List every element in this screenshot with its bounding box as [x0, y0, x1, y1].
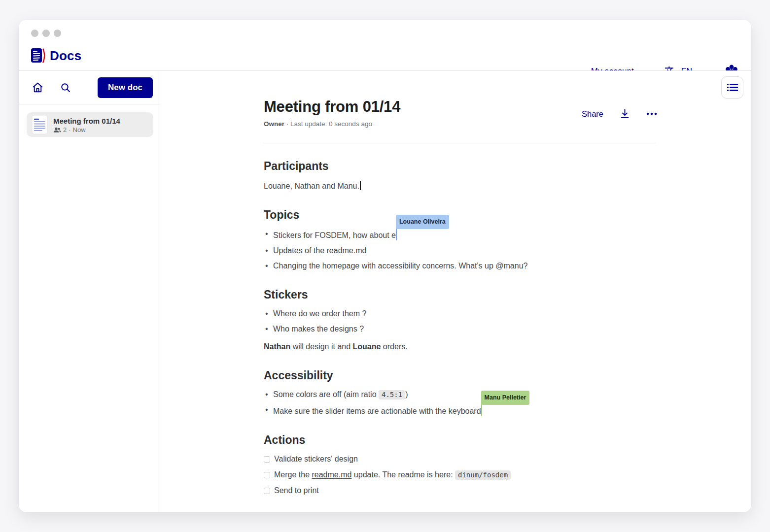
main-area: Meeting from 01/14 Owner · Last update: … — [161, 71, 751, 512]
participants-text: Louane, Nathan and Manu. — [264, 180, 655, 192]
collab-caret — [481, 404, 482, 416]
section-heading-actions: Actions — [264, 433, 655, 447]
window-controls — [31, 30, 61, 37]
text-caret — [360, 181, 361, 190]
text-segment: Who makes the designs ? — [273, 325, 364, 333]
collab-cursor-green: Manu Pelletier — [481, 404, 482, 415]
doc-item-members-count: 2 — [63, 126, 67, 133]
section-heading-accessibility: Accessibility — [264, 369, 655, 382]
sidebar-toolbar: New doc — [19, 71, 160, 104]
checkbox[interactable] — [264, 488, 270, 494]
text-segment: orders. — [381, 342, 407, 351]
text-segment: Validate stickers' design — [274, 455, 358, 463]
inline-code: dinum/fosdem — [455, 470, 511, 480]
section-heading-stickers: Stickers — [264, 288, 655, 301]
text-segment: Louane — [353, 342, 381, 351]
window-control-dot — [54, 30, 61, 37]
checklist-item: Send to print — [264, 485, 655, 497]
bullet-item: Changing the homepage with accessibility… — [264, 260, 655, 272]
text-segment: Send to print — [274, 486, 319, 495]
download-icon[interactable] — [620, 108, 630, 119]
doc-item-title: Meeting from 01/14 — [53, 116, 120, 126]
text-segment: Where do we order them ? — [273, 309, 366, 318]
sidebar: New doc Meeting from 01/14 — [19, 71, 160, 512]
window-control-dot — [31, 30, 38, 37]
doc-item-updated: Now — [73, 126, 86, 133]
topics-list: Stickers for FOSDEM, how about eLouane O… — [264, 228, 655, 272]
bullet-item: Some colors are off (aim ratio 4.5:1) — [264, 389, 655, 400]
owner-badge: Owner — [264, 120, 284, 128]
inline-code: 4.5:1 — [379, 390, 405, 399]
checklist-item-text: Validate stickers' design — [274, 453, 358, 465]
inline-link[interactable]: readme.md — [312, 470, 351, 479]
app-logo[interactable]: Docs — [31, 47, 81, 64]
bullet-item: Who makes the designs ? — [264, 323, 655, 335]
members-icon — [53, 127, 61, 133]
doc-item-meta: 2 · Now — [53, 126, 120, 133]
collab-cursor-label: Louane Oliveira — [396, 215, 449, 229]
section-heading-topics: Topics — [264, 208, 655, 222]
checklist-item: Validate stickers' design — [264, 453, 655, 465]
text-segment: Changing the homepage with accessibility… — [273, 262, 527, 270]
titlebar: Docs My account EN — [19, 20, 751, 70]
search-icon — [60, 82, 71, 94]
text-segment: ) — [405, 390, 408, 399]
app-name: Docs — [50, 48, 81, 64]
bullet-item: Make sure the slider items are actionabl… — [264, 404, 655, 417]
home-button[interactable] — [30, 79, 46, 96]
text-segment: Louane, Nathan and Manu. — [264, 182, 359, 190]
bullet-item: Stickers for FOSDEM, how about eLouane O… — [264, 228, 655, 241]
document-thumbnail-icon — [32, 115, 48, 134]
stickers-list: Where do we order them ?Who makes the de… — [264, 308, 655, 335]
window-control-dot — [42, 30, 50, 37]
search-button[interactable] — [58, 80, 73, 96]
app-window: Docs My account EN — [19, 20, 751, 512]
accessibility-list: Some colors are off (aim ratio 4.5:1)Mak… — [264, 389, 655, 417]
text-segment: will design it and — [290, 342, 352, 351]
checkbox[interactable] — [264, 472, 270, 478]
home-icon — [32, 81, 44, 94]
checklist-item: Merge the readme.md update. The readme i… — [264, 469, 655, 481]
text-segment: Make sure the slider items are actionabl… — [273, 407, 481, 415]
bullet-item: Updates of the readme.md — [264, 245, 655, 257]
checkbox[interactable] — [264, 456, 270, 463]
sidebar-doc-item[interactable]: Meeting from 01/14 2 · Now — [27, 112, 153, 137]
stickers-note: Nathan will design it and Louane orders. — [264, 341, 655, 353]
collab-cursor-label: Manu Pelletier — [481, 391, 530, 405]
new-doc-button[interactable]: New doc — [98, 77, 153, 98]
collab-cursor-blue: Louane Oliveira — [396, 228, 397, 239]
document-header: Meeting from 01/14 Owner · Last update: … — [264, 71, 655, 143]
document-actions: Share — [582, 108, 657, 119]
more-options-icon[interactable] — [646, 112, 657, 115]
actions-checklist: Validate stickers' designMerge the readm… — [264, 453, 655, 497]
document: Meeting from 01/14 Owner · Last update: … — [264, 71, 655, 512]
checklist-item-text: Merge the readme.md update. The readme i… — [274, 469, 511, 481]
table-of-contents-button[interactable] — [721, 76, 743, 99]
share-button[interactable]: Share — [582, 109, 603, 119]
text-segment: update. The readme is here: — [351, 470, 455, 479]
doc-item-separator: · — [69, 126, 70, 133]
header-rule — [264, 143, 655, 143]
text-segment: Stickers for FOSDEM, how about e — [273, 231, 396, 239]
text-segment: Some colors are off (aim ratio — [273, 390, 379, 399]
document-subtitle: Owner · Last update: 0 seconds ago — [264, 120, 655, 128]
text-segment: Nathan — [264, 342, 290, 351]
list-icon — [727, 83, 738, 92]
bullet-item: Where do we order them ? — [264, 308, 655, 320]
collab-caret — [396, 229, 397, 240]
text-segment: Merge the — [274, 470, 312, 479]
text-segment: Updates of the readme.md — [273, 246, 366, 255]
section-heading-participants: Participants — [264, 160, 655, 173]
checklist-item-text: Send to print — [274, 485, 319, 497]
docs-book-icon — [31, 47, 45, 64]
last-update-text: · Last update: 0 seconds ago — [286, 120, 372, 128]
